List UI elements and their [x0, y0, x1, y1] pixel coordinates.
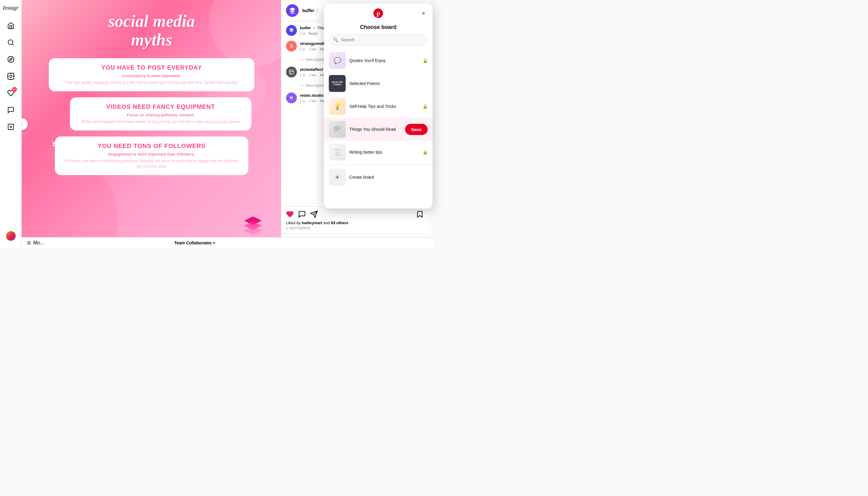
svg-point-0 [8, 40, 13, 45]
choose-board-title: Choose board [324, 23, 433, 34]
board-item-things[interactable]: Things You Should Read Save [324, 118, 433, 141]
svg-rect-30 [334, 128, 341, 129]
svg-rect-21 [289, 70, 294, 74]
post-actions: Liked by hailleymari and 93 others 5 Sep… [281, 206, 429, 234]
board-search-container: 🔍 [329, 34, 428, 46]
board-name-things: Things You Should Read [349, 127, 401, 132]
close-button[interactable]: × [419, 9, 428, 17]
sidebar-item-search[interactable] [4, 35, 18, 50]
board-search-input[interactable] [329, 34, 428, 46]
more-label: Mo… [33, 240, 45, 246]
like-button[interactable] [286, 210, 294, 218]
app-logo: Instagr [3, 5, 18, 11]
comment-avatar: R [286, 93, 297, 103]
liked-by-text: Liked by hailleymari and 93 others [286, 221, 424, 225]
myth-card-1: YOU HAVE TO POST EVERYDAY Consistency is… [49, 58, 254, 91]
board-item-writing[interactable]: Writingtipscontent Writing better tips 🔒 [324, 141, 433, 164]
liked-by-count: 93 others [331, 221, 348, 225]
myth-body-3: Of course, you want to consistently grow… [62, 158, 241, 169]
svg-marker-18 [289, 12, 295, 14]
myth-title-3: YOU NEED TONS OF FOLLOWERS [62, 142, 241, 150]
lock-icon-writing: 🔒 [422, 150, 428, 155]
myth-title-1: YOU HAVE TO POST EVERYDAY [56, 64, 247, 71]
post-title: social mediamyths [108, 12, 195, 49]
lock-icon-quotes: 🔒 [422, 58, 428, 63]
svg-point-5 [10, 75, 12, 77]
comment-username: buffer [300, 26, 311, 30]
board-list: 💬 Quotes You'll Enjoy 🔒 SELECTEDPOEMS Se… [324, 48, 433, 208]
sidebar-item-create[interactable] [4, 120, 18, 134]
sidebar-item-messages[interactable] [4, 103, 18, 117]
notification-badge: 47 [12, 87, 17, 92]
svg-marker-15 [244, 226, 262, 235]
pinterest-overlay: p × Choose board 🔍 💬 Quotes You'll Enjoy… [324, 4, 433, 208]
verified-badge: ✓ [315, 8, 319, 13]
sidebar-item-home[interactable] [4, 18, 18, 33]
myth-card-3: YOU NEED TONS OF FOLLOWERS Engagement is… [55, 137, 248, 175]
svg-rect-4 [8, 73, 14, 79]
board-item-selfhelp[interactable]: 💡 Self-Help Tips and Tricks 🔒 [324, 95, 433, 118]
reply-button[interactable]: Reply [309, 32, 317, 35]
comment-avatar [286, 25, 297, 36]
action-buttons-row [286, 210, 424, 218]
comment-button[interactable] [298, 210, 306, 218]
comment-avatar [286, 66, 297, 77]
svg-point-6 [11, 73, 11, 74]
myth-subtitle-2: Focus on sharing authentic content. [77, 113, 244, 117]
create-board-item[interactable]: + Create board [324, 165, 433, 189]
bookmark-button[interactable] [416, 210, 424, 218]
board-thumbnail-selfhelp: 💡 [329, 98, 346, 115]
sidebar-item-explore[interactable] [4, 52, 18, 66]
create-board-label: Create board [349, 175, 428, 180]
comment-avatar: S [286, 41, 297, 51]
comment-time: 1 w [300, 73, 305, 77]
search-icon: 🔍 [333, 37, 338, 42]
save-button[interactable]: Save [405, 124, 428, 135]
post-author-name: buffer [302, 8, 314, 13]
svg-point-7 [11, 79, 11, 80]
comment-time: 1 w [300, 47, 305, 51]
sidebar-item-reels[interactable] [4, 69, 18, 83]
liked-by-user[interactable]: hailleymari [302, 221, 322, 225]
share-button[interactable] [310, 210, 318, 218]
buffer-stack-icon [242, 214, 263, 236]
sidebar-item-notifications[interactable]: 47 [4, 86, 18, 100]
team-collaborates-bar: Team Collaborates + [169, 237, 434, 248]
post-date: 5 September [286, 226, 424, 230]
board-name-poems: Selected Poems [349, 81, 428, 86]
board-name-quotes: Quotes You'll Enjoy [349, 58, 419, 63]
post-author-avatar [286, 4, 299, 17]
board-item-poems[interactable]: SELECTEDPOEMS Selected Poems [324, 72, 433, 95]
prev-nav-arrow[interactable]: ← [22, 118, 28, 130]
svg-point-8 [7, 76, 8, 77]
comment-likes: 1 like [309, 47, 316, 51]
svg-point-9 [14, 76, 14, 77]
svg-line-1 [12, 44, 13, 45]
svg-marker-3 [9, 58, 12, 61]
myth-subtitle-1: Consistency is more important. [56, 74, 247, 78]
board-thumbnail-writing: Writingtipscontent [329, 144, 346, 160]
pinterest-header: p × [324, 4, 433, 23]
sidebar-item-profile[interactable] [4, 229, 18, 243]
board-item-quotes[interactable]: 💬 Quotes You'll Enjoy 🔒 [324, 49, 433, 72]
myth-subtitle-3: Engagement is more important than follow… [62, 152, 241, 156]
comment-likes: 1 like [309, 99, 316, 103]
svg-marker-20 [289, 30, 294, 32]
svg-rect-31 [334, 130, 339, 131]
lock-icon-selfhelp: 🔒 [422, 104, 428, 109]
profile-avatar [6, 231, 16, 241]
myth-title-2: VIDEOS NEED FANCY EQUIPMENT [77, 103, 244, 110]
comment-verified: ✓ [312, 25, 316, 30]
comment-likes: 1 like [309, 73, 316, 77]
create-board-plus-icon: + [329, 169, 346, 186]
pinterest-logo: p [373, 9, 383, 18]
svg-point-2 [8, 56, 14, 62]
myth-card-2: VIDEOS NEED FANCY EQUIPMENT Focus on sha… [70, 97, 251, 130]
board-name-selfhelp: Self-Help Tips and Tricks [349, 104, 419, 109]
comment-username: etchedaffect [300, 67, 323, 72]
sidebar: Instagr 47 [0, 0, 22, 248]
myth-body-1: Post high quality, engaging content at a… [56, 80, 247, 85]
post-image: ← social mediamyths YOU HAVE TO POST EVE… [22, 0, 281, 248]
svg-rect-29 [334, 127, 341, 127]
more-menu[interactable]: Mo… [27, 240, 45, 246]
